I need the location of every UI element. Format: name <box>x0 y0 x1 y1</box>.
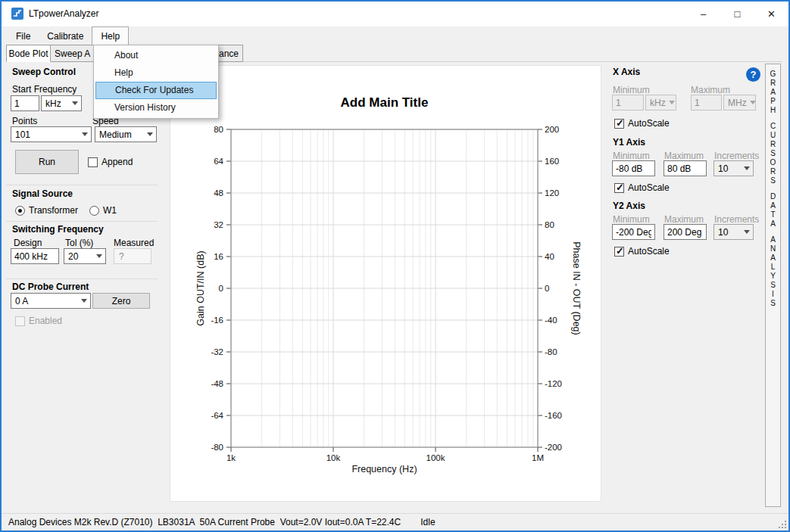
y2-minimum-label: Minimum <box>613 214 650 225</box>
y2-maximum-input[interactable] <box>664 224 707 240</box>
menu-file[interactable]: File <box>8 26 39 46</box>
y2-autoscale-box <box>614 247 624 257</box>
start-frequency-input[interactable] <box>11 95 39 111</box>
maximize-button[interactable]: □ <box>720 2 754 26</box>
start-frequency-unit-value: kHz <box>45 98 61 109</box>
tab-bode-plot[interactable]: Bode Plot <box>6 45 51 62</box>
svg-text:Phase IN - OUT (Deg): Phase IN - OUT (Deg) <box>571 241 582 334</box>
svg-text:-80: -80 <box>211 443 223 452</box>
x-autoscale-box <box>614 119 624 129</box>
y2-maximum-label: Maximum <box>664 214 704 225</box>
svg-text:Add Main Title: Add Main Title <box>341 95 429 110</box>
close-button[interactable]: ✕ <box>754 2 788 26</box>
x-autoscale-label: AutoScale <box>628 118 670 129</box>
x-autoscale-checkbox[interactable]: AutoScale <box>614 118 670 129</box>
status-bar: Analog Devices M2k Rev.D (Z7010) LB3031A… <box>2 513 788 530</box>
x-maximum-label: Maximum <box>691 85 730 95</box>
chevron-down-icon <box>82 132 88 136</box>
speed-select[interactable]: Medium <box>95 126 157 142</box>
points-select[interactable]: 101 <box>11 126 92 142</box>
svg-text:100k: 100k <box>426 453 445 462</box>
y2-increments-select[interactable]: 10 <box>713 224 754 240</box>
y2-autoscale-label: AutoScale <box>628 246 670 257</box>
dc-probe-current-select[interactable]: 0 A <box>11 293 91 309</box>
side-tab-cursors[interactable]: CURSORS <box>769 122 777 185</box>
svg-text:32: 32 <box>214 220 223 229</box>
y1-minimum-input[interactable] <box>612 160 655 176</box>
speed-value: Medium <box>99 129 132 140</box>
svg-text:200: 200 <box>545 125 559 134</box>
y1-autoscale-checkbox[interactable]: AutoScale <box>614 182 670 193</box>
y1-autoscale-box <box>614 183 624 193</box>
side-tab-analysis[interactable]: ANALYSIS <box>769 235 777 308</box>
svg-text:10k: 10k <box>326 453 341 462</box>
append-label: Append <box>101 157 133 167</box>
svg-text:-16: -16 <box>211 316 223 325</box>
chart-panel: 8020064160481203280164000-16-40-32-80-48… <box>170 65 601 502</box>
tolerance-select[interactable]: 20 <box>64 248 106 264</box>
y1-autoscale-label: AutoScale <box>628 182 670 193</box>
menu-item-check-for-updates[interactable]: Check For Updates <box>95 82 217 99</box>
x-axis-title: X Axis <box>613 67 640 77</box>
y1-increments-label: Increments <box>714 151 759 161</box>
chevron-down-icon <box>744 230 750 234</box>
run-button[interactable]: Run <box>15 150 79 174</box>
x-minimum-unit-value: kHz <box>650 98 666 108</box>
help-icon[interactable]: ? <box>746 67 760 82</box>
start-frequency-label: Start Frequency <box>12 84 77 95</box>
svg-text:80: 80 <box>214 125 223 134</box>
status-state-text: Idle <box>420 517 435 527</box>
side-tab-graph[interactable]: GRAPH <box>769 70 777 115</box>
svg-text:-48: -48 <box>211 379 223 388</box>
axes-panel: X Axis ? Minimum Maximum kHz MHz AutoSca… <box>608 64 763 291</box>
minimize-button[interactable]: – <box>686 2 720 26</box>
section-divider <box>6 221 158 222</box>
menu-calibrate[interactable]: Calibrate <box>39 26 92 46</box>
chevron-down-icon <box>147 132 153 136</box>
menu-item-version-history[interactable]: Version History <box>95 99 217 117</box>
zero-button[interactable]: Zero <box>92 293 150 309</box>
status-hardware-text: Analog Devices M2k Rev.D (Z7010) LB3031A… <box>8 517 401 527</box>
menu-item-help[interactable]: Help <box>95 64 217 82</box>
svg-text:-200: -200 <box>545 443 562 452</box>
svg-text:40: 40 <box>545 252 554 261</box>
side-tab-data[interactable]: DATA <box>769 192 777 229</box>
append-checkbox-box <box>88 157 98 167</box>
measured-value-box: ? <box>114 248 151 264</box>
section-divider <box>6 185 158 185</box>
svg-text:-64: -64 <box>211 411 223 420</box>
chevron-down-icon <box>72 101 78 105</box>
y2-increments-label: Increments <box>714 214 759 225</box>
svg-text:Gain OUT/IN (dB): Gain OUT/IN (dB) <box>195 250 206 325</box>
x-maximum-unit-select: MHz <box>723 95 756 110</box>
chevron-down-icon <box>669 101 675 104</box>
append-checkbox[interactable]: Append <box>88 157 133 167</box>
y2-axis-title: Y2 Axis <box>613 201 645 211</box>
svg-text:-80: -80 <box>545 347 557 356</box>
menu-help[interactable]: Help <box>92 26 129 46</box>
tolerance-value: 20 <box>68 251 78 262</box>
y2-minimum-input[interactable] <box>612 224 655 240</box>
transformer-radio-label: Transformer <box>29 205 78 216</box>
y1-maximum-input[interactable] <box>664 160 707 176</box>
transformer-radio-dot <box>15 206 25 216</box>
y2-autoscale-checkbox[interactable]: AutoScale <box>614 246 670 257</box>
section-divider <box>6 278 158 279</box>
w1-radio[interactable]: W1 <box>89 205 117 216</box>
window-title: LTpowerAnalyzer <box>29 2 98 26</box>
svg-text:-160: -160 <box>545 411 562 420</box>
y1-increments-select[interactable]: 10 <box>713 160 754 176</box>
transformer-radio[interactable]: Transformer <box>15 205 78 216</box>
chevron-down-icon <box>744 166 750 170</box>
w1-radio-dot <box>89 206 99 216</box>
start-frequency-unit-select[interactable]: kHz <box>41 95 82 111</box>
menu-item-about[interactable]: About <box>95 47 217 64</box>
sweep-control-panel: Sweep Control Start Frequency kHz Points… <box>6 64 165 487</box>
tol-label: Tol (%) <box>65 238 93 248</box>
enabled-checkbox-box <box>15 316 25 326</box>
design-frequency-input[interactable] <box>11 248 59 264</box>
x-maximum-unit-value: MHz <box>728 98 747 108</box>
enabled-checkbox: Enabled <box>15 316 62 326</box>
y1-maximum-label: Maximum <box>664 151 704 161</box>
resize-grip[interactable] <box>777 519 787 529</box>
